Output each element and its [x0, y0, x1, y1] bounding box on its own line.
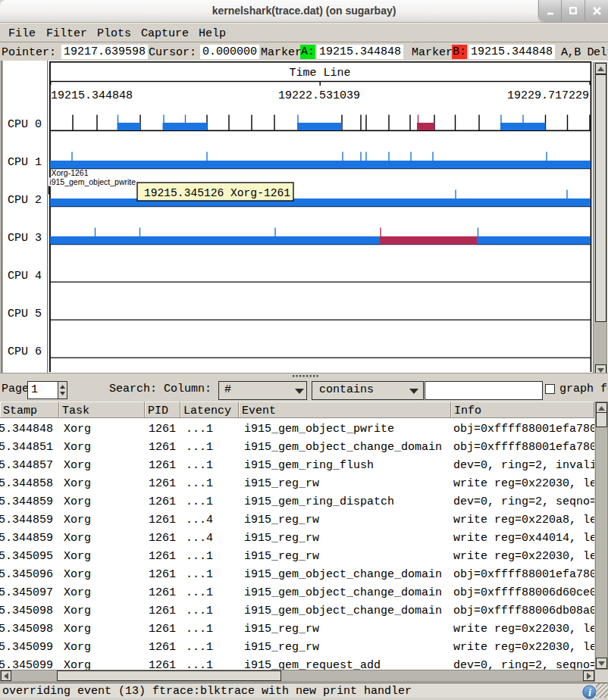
svg-text:19215.344848: 19215.344848: [51, 89, 133, 102]
svg-text:CPU 5: CPU 5: [8, 308, 42, 320]
svg-text:CPU 1: CPU 1: [8, 156, 42, 169]
svg-text:19229.717229: 19229.717229: [507, 89, 589, 102]
svg-text:i915_gem_object_pwrite: i915_gem_object_pwrite: [49, 177, 136, 186]
svg-text:CPU 3: CPU 3: [8, 232, 42, 245]
svg-text:19222.531039: 19222.531039: [278, 89, 360, 102]
svg-text:CPU 2: CPU 2: [8, 194, 42, 207]
svg-text:Xorg-1261: Xorg-1261: [52, 168, 89, 177]
svg-text:Time Line: Time Line: [289, 67, 350, 80]
svg-text:CPU 4: CPU 4: [8, 270, 42, 283]
svg-text:19215.345126 Xorg-1261: 19215.345126 Xorg-1261: [144, 187, 290, 200]
svg-text:i: i: [588, 686, 591, 698]
svg-text:CPU 0: CPU 0: [8, 118, 42, 131]
svg-text:CPU 6: CPU 6: [8, 345, 42, 358]
